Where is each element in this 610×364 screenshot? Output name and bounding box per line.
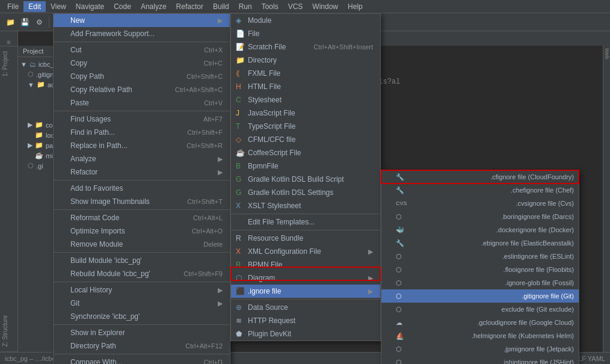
- vtab-project[interactable]: 1: Project: [0, 46, 17, 81]
- context-menu-new: ◈ Module 📄 File 📝 Scratch File Ctrl+Alt+…: [230, 13, 381, 341]
- ctx3-git-exclude[interactable]: ⬡ exclude file (Git exclude): [381, 303, 579, 316]
- ctx2-sep-2: [231, 230, 380, 230]
- ctx2-coffeescript[interactable]: ☕ CoffeeScript File: [231, 146, 380, 159]
- toolbar-open[interactable]: 📁: [4, 16, 17, 29]
- ctx-copy-path[interactable]: Copy Path Ctrl+Shift+C: [54, 70, 230, 83]
- ctx2-resource-bundle[interactable]: R Resource Bundle: [231, 232, 380, 245]
- cf-icon: 🔧: [396, 173, 404, 181]
- ctx-local-history[interactable]: Local History ▶: [54, 283, 230, 297]
- ctx2-xslt[interactable]: X XSLT Stylesheet: [231, 199, 380, 212]
- ctx3-eslintignore[interactable]: ⬡ .eslintignore file (ESLint): [381, 250, 579, 263]
- menu-code[interactable]: Code: [109, 1, 136, 12]
- menu-view[interactable]: View: [46, 1, 71, 12]
- ctx2-javascript[interactable]: J JavaScript File: [231, 106, 380, 120]
- ctx-refactor[interactable]: Refactor ▶: [54, 165, 230, 179]
- menu-analyze[interactable]: Analyze: [136, 1, 171, 12]
- menu-edit[interactable]: Edit: [23, 1, 46, 12]
- ctx2-xml-config[interactable]: X XML Configuration File ▶: [231, 245, 380, 258]
- ctx-replace-in-path[interactable]: Replace in Path... Ctrl+Shift+R: [54, 139, 230, 152]
- ctx-reformat-code[interactable]: Reformat Code Ctrl+Alt+L: [54, 211, 230, 224]
- ctx-compare-with[interactable]: Compare With... Ctrl+D: [54, 356, 230, 364]
- ctx-git[interactable]: Git ▶: [54, 297, 230, 310]
- ctx2-scratch-file[interactable]: 📝 Scratch File Ctrl+Alt+Shift+Insert: [231, 40, 380, 54]
- ctx2-stylesheet[interactable]: C Stylesheet: [231, 93, 380, 106]
- ctx2-plugin-devkit[interactable]: ⬟ Plugin DevKit: [231, 327, 380, 341]
- ctx2-bpmn-file[interactable]: B BPMN File: [231, 258, 380, 271]
- cvs-icon: CVS: [396, 200, 407, 206]
- vtab-web[interactable]: Web: [603, 46, 611, 61]
- xslt-icon: X: [236, 202, 241, 210]
- ctx2-bpmn[interactable]: B BpmnFile: [231, 159, 380, 173]
- css-icon: C: [236, 96, 241, 104]
- ctx-show-in-explorer[interactable]: Show in Explorer: [54, 326, 230, 339]
- ctx-find-usages[interactable]: Find Usages Alt+F7: [54, 113, 230, 126]
- ctx2-edit-file-templates[interactable]: Edit File Templates...: [231, 215, 380, 229]
- ctx2-data-source[interactable]: ⊛ Data Source: [231, 301, 380, 314]
- toolbar-save[interactable]: 💾: [18, 16, 31, 29]
- ctx-analyze[interactable]: Analyze ▶: [54, 152, 230, 165]
- ctx-new[interactable]: New ▶: [54, 14, 230, 27]
- ctx3-flooignore[interactable]: ⬡ .flooignore file (Floobits): [381, 263, 579, 276]
- ctx2-http-request-label: HTTP Request: [248, 316, 295, 325]
- ctx-build-module[interactable]: Build Module 'icbc_pg': [54, 254, 230, 267]
- ctx2-coffeescript-label: CoffeeScript File: [248, 149, 301, 157]
- ctx-add-framework-label: Add Framework Support...: [70, 29, 155, 38]
- ctx2-module[interactable]: ◈ Module: [231, 14, 380, 27]
- menu-build[interactable]: Build: [208, 1, 234, 12]
- ctx-show-image-thumbnails[interactable]: Show Image Thumbnails Ctrl+Shift+T: [54, 195, 230, 208]
- ctx3-chefignore[interactable]: 🔧 .chefignore file (Chef): [381, 184, 579, 197]
- ctx-cut[interactable]: Cut Ctrl+X: [54, 43, 230, 57]
- toolbar-settings[interactable]: ⚙: [32, 16, 46, 29]
- vtab-structure[interactable]: Z: Structure: [0, 310, 17, 352]
- ctx2-gradle-kotlin-build[interactable]: G Gradle Kotlin DSL Build Script: [231, 173, 380, 186]
- ctx3-git-exclude-label: exclude file (Git exclude): [502, 306, 574, 313]
- ctx-rebuild-module[interactable]: Rebuild Module 'icbc_pg' Ctrl+Shift+F9: [54, 267, 230, 280]
- ctx-copy[interactable]: Copy Ctrl+C: [54, 57, 230, 70]
- ctx2-ignore-file[interactable]: ⬛ .ignore file ▶: [231, 285, 380, 298]
- ctx3-dockerignore[interactable]: 🐳 .dockerignore file (Docker): [381, 223, 579, 236]
- ctx-add-to-favorites[interactable]: Add to Favorites: [54, 182, 230, 195]
- ctx3-gitignore[interactable]: ⬡ .gitignore file (Git): [381, 289, 579, 303]
- git-icon: ⬡: [396, 292, 402, 300]
- ctx3-ignore-glob[interactable]: ⬡ .ignore-glob file (Fossil): [381, 276, 579, 289]
- menu-window[interactable]: Window: [307, 1, 343, 12]
- ctx2-html[interactable]: H HTML File: [231, 80, 380, 93]
- menu-file[interactable]: File: [2, 1, 23, 12]
- ctx-copy-relative-path[interactable]: Copy Relative Path Ctrl+Alt+Shift+C: [54, 83, 230, 96]
- ctx2-typescript[interactable]: T TypeScript File: [231, 120, 380, 133]
- ctx-find-in-path[interactable]: Find in Path... Ctrl+Shift+F: [54, 126, 230, 139]
- expand-icon-co: ▶: [28, 121, 32, 129]
- ctx3-gcloudignore[interactable]: ☁ .gcloudignore file (Google Cloud): [381, 316, 579, 329]
- ctx3-jshintignore[interactable]: ⬡ .jshintignore file (JSHint): [381, 356, 579, 364]
- menu-refactor[interactable]: Refactor: [171, 1, 208, 12]
- ctx-optimize-imports[interactable]: Optimize Imports Ctrl+Alt+O: [54, 224, 230, 238]
- ctx2-gradle-kotlin-settings[interactable]: G Gradle Kotlin DSL Settings: [231, 186, 380, 199]
- menu-help[interactable]: Help: [343, 1, 368, 12]
- ctx2-fxml[interactable]: ⟪ FXML File: [231, 67, 380, 80]
- ctx2-directory-label: Directory: [248, 56, 277, 64]
- menu-navigate[interactable]: Navigate: [71, 1, 109, 12]
- ctx3-cvsignore[interactable]: CVS .cvsignore file (Cvs): [381, 197, 579, 210]
- ctx-synchronize[interactable]: Synchronize 'icbc_pg': [54, 310, 230, 323]
- ctx2-cfml[interactable]: ◇ CFML/CFC file: [231, 133, 380, 146]
- ctx-paste[interactable]: Paste Ctrl+V: [54, 96, 230, 110]
- ctx2-diagram-label: Diagram: [248, 274, 275, 282]
- ctx2-diagram[interactable]: ⬡ Diagram ▶: [231, 271, 380, 285]
- menu-tools[interactable]: Tools: [257, 1, 283, 12]
- ctx2-file[interactable]: 📄 File: [231, 27, 380, 40]
- ctx2-resource-bundle-label: Resource Bundle: [248, 234, 303, 242]
- ctx2-directory[interactable]: 📁 Directory: [231, 54, 380, 67]
- ctx-add-framework[interactable]: Add Framework Support...: [54, 27, 230, 40]
- ctx-remove-module[interactable]: Remove Module Delete: [54, 238, 230, 251]
- ctx3-boringignore[interactable]: ⬡ .boringignore file (Darcs): [381, 210, 579, 223]
- ctx3-jpmignore[interactable]: ⬡ .jpmignore file (Jetpack): [381, 342, 579, 356]
- context-menu-main: New ▶ Add Framework Support... Cut Ctrl+…: [53, 13, 230, 364]
- ctx2-http-request[interactable]: ≋ HTTP Request: [231, 314, 380, 327]
- ctx3-helmignore[interactable]: ⛵ .helmignore file (Kubernetes Helm): [381, 329, 579, 342]
- ctx-sep-6: [54, 282, 230, 282]
- ctx-directory-path[interactable]: Directory Path Ctrl+Alt+F12: [54, 339, 230, 353]
- menu-run[interactable]: Run: [234, 1, 257, 12]
- ctx3-ebignore[interactable]: 🔧 .ebignore file (ElasticBeanstalk): [381, 236, 579, 250]
- ctx3-cfignore[interactable]: 🔧 .cfignore file (CloudFoundry): [381, 170, 579, 184]
- menu-vcs[interactable]: VCS: [283, 1, 308, 12]
